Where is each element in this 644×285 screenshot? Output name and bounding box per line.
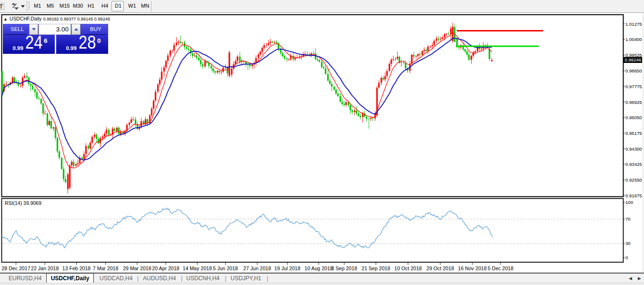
- svg-text:0.94300: 0.94300: [625, 146, 642, 152]
- svg-text:▲: ▲: [3, 17, 8, 21]
- svg-text:19 Jul 2018: 19 Jul 2018: [274, 265, 301, 271]
- svg-text:10 Aug 2018: 10 Aug 2018: [304, 265, 333, 271]
- svg-text:27 Jun 2018: 27 Jun 2018: [243, 265, 271, 271]
- svg-text:100: 100: [625, 200, 633, 205]
- svg-text:21 Sep 2018: 21 Sep 2018: [362, 265, 390, 271]
- svg-text:0.92550: 0.92550: [625, 177, 642, 183]
- svg-text:16 Nov 2018: 16 Nov 2018: [458, 265, 487, 271]
- svg-text:USDCHF,Daily: USDCHF,Daily: [10, 16, 42, 21]
- svg-text:3 Sep 2018: 3 Sep 2018: [332, 265, 357, 271]
- svg-text:28 Dec 2017: 28 Dec 2017: [1, 265, 30, 271]
- svg-text:0.97775: 0.97775: [625, 84, 642, 89]
- svg-text:30: 30: [625, 241, 631, 246]
- svg-text:0.96050: 0.96050: [625, 115, 642, 120]
- svg-text:29 Oct 2018: 29 Oct 2018: [426, 265, 454, 271]
- svg-text:0.95175: 0.95175: [625, 131, 642, 136]
- svg-text:5 Jun 2018: 5 Jun 2018: [213, 265, 238, 271]
- svg-text:1.00400: 1.00400: [625, 37, 642, 42]
- svg-text:0: 0: [625, 255, 628, 260]
- svg-text:22 Jan 2018: 22 Jan 2018: [31, 265, 59, 271]
- svg-text:10 Oct 2018: 10 Oct 2018: [394, 265, 422, 271]
- svg-text:0.93425: 0.93425: [625, 162, 642, 167]
- svg-text:13 Feb 2018: 13 Feb 2018: [62, 265, 91, 271]
- svg-text:0.98650: 0.98650: [625, 68, 642, 73]
- svg-text:RSI(14) 39.9069: RSI(14) 39.9069: [5, 200, 41, 206]
- svg-text:20 Apr 2018: 20 Apr 2018: [152, 265, 179, 271]
- svg-text:1.01275: 1.01275: [625, 21, 642, 27]
- svg-text:0.99182 0.99377 0.99145 0.9924: 0.99182 0.99377 0.99145 0.99246: [43, 17, 111, 21]
- svg-text:0.99246: 0.99246: [625, 57, 642, 62]
- svg-text:14 May 2018: 14 May 2018: [183, 265, 212, 271]
- svg-text:5 Dec 2018: 5 Dec 2018: [488, 265, 513, 271]
- svg-text:70: 70: [625, 216, 631, 222]
- svg-text:0.91675: 0.91675: [625, 193, 642, 198]
- svg-text:7 Mar 2018: 7 Mar 2018: [93, 265, 119, 271]
- svg-text:29 Mar 2018: 29 Mar 2018: [123, 265, 151, 271]
- svg-text:0.96925: 0.96925: [625, 100, 642, 105]
